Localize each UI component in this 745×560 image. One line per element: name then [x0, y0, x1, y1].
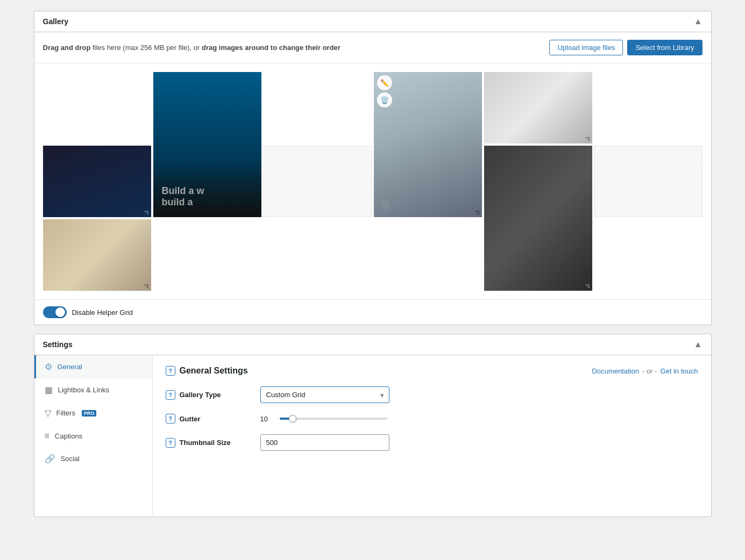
gutter-help-badge[interactable]: ? [166, 414, 175, 423]
svg-rect-0 [255, 211, 257, 212]
thumbnail-size-input[interactable] [260, 434, 389, 451]
svg-rect-13 [147, 284, 148, 286]
svg-rect-5 [478, 213, 479, 214]
lines-icon: ≡ [45, 431, 49, 441]
gutter-control: 10 [260, 415, 698, 423]
resize-handle-3 [581, 133, 590, 141]
svg-rect-3 [476, 211, 477, 212]
toggle-track [43, 306, 67, 318]
gallery-item-4[interactable] [484, 146, 592, 291]
resize-handle-6 [140, 206, 149, 215]
sidebar-item-lightbox[interactable]: ▦ Lightbox & Links [34, 378, 152, 401]
collapse-settings-icon[interactable]: ▲ [694, 340, 703, 349]
gallery-panel-header: Gallery ▲ [34, 11, 711, 32]
toolbar-middle-text: files here (max 256 MB per file), or [93, 44, 202, 52]
ghost-item-2 [594, 146, 703, 217]
svg-rect-12 [145, 284, 146, 286]
gutter-slider-thumb [289, 415, 296, 422]
sidebar-item-general[interactable]: ⚙ General [34, 355, 152, 378]
svg-rect-17 [147, 213, 148, 214]
gutter-label: ? Gutter [166, 414, 252, 423]
resize-handle-2 [471, 206, 480, 215]
svg-rect-1 [257, 211, 259, 212]
sidebar-item-filters[interactable]: ▽ Filters PRO [34, 401, 152, 425]
gutter-slider[interactable] [280, 418, 387, 420]
svg-rect-16 [147, 211, 148, 212]
collapse-gallery-icon[interactable]: ▲ [694, 17, 703, 26]
svg-rect-4 [478, 211, 479, 212]
links-separator: - or - [642, 367, 657, 375]
gallery-grid: Build a wbuild a 🖥 ✏️ 🗑️ [34, 63, 711, 299]
filter-icon: ▽ [45, 408, 51, 418]
sidebar-item-captions[interactable]: ≡ Captions [34, 425, 152, 447]
helper-grid-row: Disable Helper Grid [34, 299, 711, 325]
toggle-thumb [55, 307, 65, 317]
gallery-item-1[interactable]: Build a wbuild a [153, 72, 261, 217]
thumbnail-size-help-badge[interactable]: ? [166, 438, 175, 448]
gallery-type-select-wrapper: Custom Grid Masonry Justified Slideshow … [260, 386, 389, 403]
drag-drop-text: Drag and drop [43, 44, 91, 52]
svg-rect-6 [586, 137, 587, 139]
settings-row-gutter: ? Gutter 10 [166, 414, 698, 423]
svg-rect-2 [257, 213, 259, 214]
sidebar-label-lightbox: Lightbox & Links [58, 386, 109, 394]
gallery-item-6[interactable] [43, 146, 151, 217]
gallery-panel-title: Gallery [43, 17, 68, 26]
sidebar-label-filters: Filters [56, 409, 75, 417]
settings-content: ? General Settings Documentation - or - … [153, 355, 711, 516]
ghost-item-1 [264, 146, 372, 217]
resize-handle-5 [140, 280, 149, 289]
helper-grid-label: Disable Helper Grid [72, 308, 133, 317]
settings-panel: Settings ▲ ⚙ General ▦ Lightbox & Links … [34, 334, 712, 517]
gallery-type-text: Gallery Type [180, 391, 221, 399]
settings-content-header: ? General Settings Documentation - or - … [166, 366, 698, 376]
select-from-library-button[interactable]: Select from Library [627, 40, 702, 55]
resize-handle-1 [251, 206, 259, 215]
sidebar-label-captions: Captions [55, 432, 82, 440]
gallery-type-select[interactable]: Custom Grid Masonry Justified Slideshow … [260, 386, 389, 403]
svg-rect-14 [147, 286, 148, 288]
link-icon: 🔗 [45, 454, 55, 464]
settings-body: ⚙ General ▦ Lightbox & Links ▽ Filters P… [34, 355, 711, 516]
delete-image-2-button[interactable]: 🗑️ [377, 92, 392, 107]
gallery-type-help-badge[interactable]: ? [166, 390, 175, 400]
item-2-actions: ✏️ 🗑️ [377, 75, 392, 107]
settings-links: Documentation - or - Get in touch [592, 367, 698, 375]
settings-sidebar: ⚙ General ▦ Lightbox & Links ▽ Filters P… [34, 355, 153, 516]
settings-content-title: General Settings [180, 366, 248, 376]
settings-panel-header: Settings ▲ [34, 334, 711, 355]
gallery-panel: Gallery ▲ Drag and drop files here (max … [34, 11, 712, 325]
sidebar-label-social: Social [61, 455, 80, 463]
resize-handle-4 [581, 280, 590, 289]
gear-icon: ⚙ [45, 362, 52, 372]
gallery-item-5[interactable] [43, 219, 151, 291]
toolbar-buttons: Upload image files Select from Library [549, 40, 702, 55]
thumbnail-size-text: Thumbnail Size [180, 439, 231, 447]
svg-rect-7 [588, 137, 590, 139]
gallery-item-2[interactable]: 🖥 ✏️ 🗑️ [374, 72, 482, 217]
helper-grid-toggle[interactable] [43, 306, 67, 318]
svg-rect-11 [588, 286, 590, 288]
documentation-link[interactable]: Documentation [592, 367, 638, 375]
general-settings-help-badge[interactable]: ? [166, 366, 175, 376]
thumbnail-size-control [260, 434, 698, 451]
grid-icon: ▦ [45, 385, 53, 395]
thumbnail-size-label: ? Thumbnail Size [166, 438, 252, 448]
drag-order-text: drag images around to change their order [202, 44, 340, 52]
gutter-text: Gutter [180, 415, 201, 423]
contact-link[interactable]: Get in touch [660, 367, 698, 375]
svg-rect-10 [588, 284, 590, 286]
gallery-item-3[interactable] [484, 72, 592, 143]
gallery-type-label: ? Gallery Type [166, 390, 252, 400]
gallery-toolbar: Drag and drop files here (max 256 MB per… [34, 32, 711, 63]
edit-image-2-button[interactable]: ✏️ [377, 75, 392, 90]
sidebar-label-general: General [58, 363, 82, 371]
gutter-value: 10 [260, 415, 273, 423]
svg-rect-15 [145, 211, 146, 212]
settings-row-thumbnail-size: ? Thumbnail Size [166, 434, 698, 451]
gallery-type-control: Custom Grid Masonry Justified Slideshow … [260, 386, 698, 403]
settings-row-gallery-type: ? Gallery Type Custom Grid Masonry Justi… [166, 386, 698, 403]
sidebar-item-social[interactable]: 🔗 Social [34, 447, 152, 470]
upload-image-files-button[interactable]: Upload image files [549, 40, 623, 55]
pro-badge: PRO [82, 410, 97, 417]
